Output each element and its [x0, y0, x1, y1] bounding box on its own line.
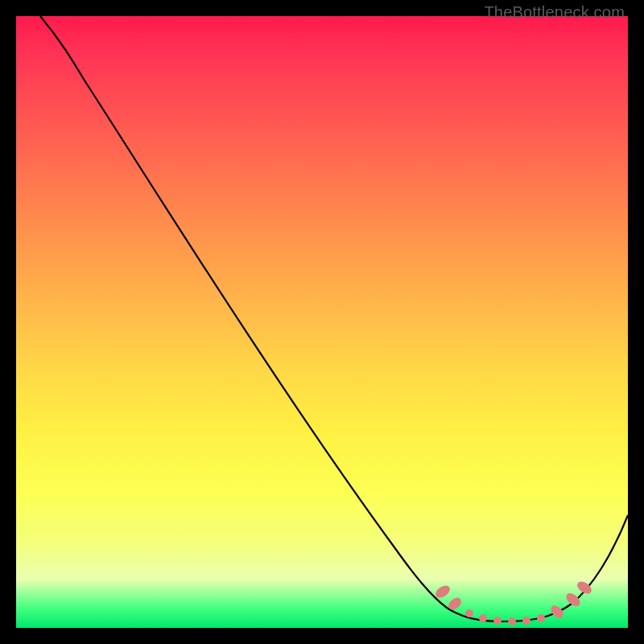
- svg-point-4: [493, 617, 502, 625]
- svg-point-5: [508, 617, 516, 625]
- svg-point-1: [446, 596, 464, 613]
- svg-point-6: [522, 617, 530, 625]
- svg-point-9: [564, 591, 582, 609]
- line-layer: [16, 16, 628, 628]
- svg-point-3: [479, 614, 487, 622]
- bottleneck-curve: [40, 16, 628, 621]
- svg-point-0: [433, 583, 452, 600]
- svg-point-7: [537, 614, 545, 622]
- svg-point-8: [548, 603, 565, 620]
- chart-frame: TheBottleneck.com: [0, 0, 644, 644]
- svg-point-10: [575, 579, 593, 596]
- plot-area: [16, 16, 628, 628]
- svg-point-2: [465, 609, 473, 617]
- attribution-label: TheBottleneck.com: [484, 3, 625, 22]
- highlight-markers: [433, 579, 593, 625]
